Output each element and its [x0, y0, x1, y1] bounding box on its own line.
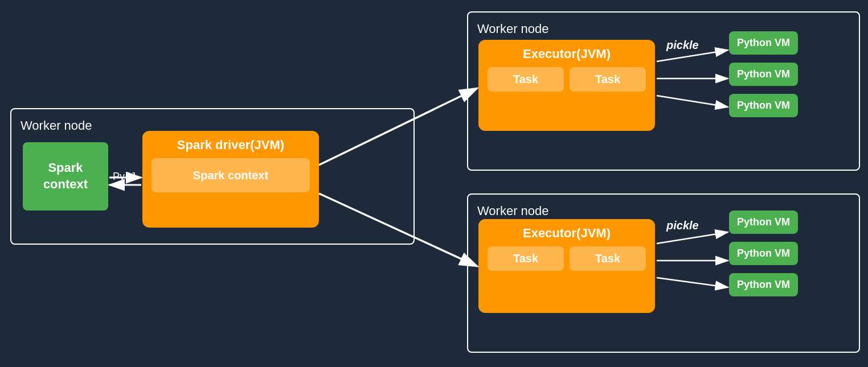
executor-top-box: Executor(JVM) Task Task [478, 40, 655, 131]
python-vm-top-3: Python VM [729, 94, 798, 117]
python-vms-top-group: Python VM Python VM Python VM [729, 31, 798, 117]
task-bottom-2: Task [570, 246, 646, 271]
python-vm-bottom-1: Python VM [729, 211, 798, 234]
spark-driver-box: Spark driver(JVM) Spark context [142, 131, 319, 228]
spark-context-green-box: Spark context [23, 142, 108, 211]
executor-bottom-box: Executor(JVM) Task Task [478, 219, 655, 313]
task-row-top: Task Task [488, 67, 646, 92]
py4j-label: Py4J [113, 171, 136, 183]
task-top-1: Task [488, 67, 564, 92]
python-vm-top-2: Python VM [729, 63, 798, 86]
python-vms-bottom-group: Python VM Python VM Python VM [729, 211, 798, 296]
python-vm-bottom-2: Python VM [729, 242, 798, 265]
spark-context-label: Spark context [43, 160, 88, 192]
python-vm-bottom-3: Python VM [729, 273, 798, 296]
task-bottom-1: Task [488, 246, 564, 271]
pickle-label-bottom: pickle [666, 219, 699, 232]
python-vm-top-1: Python VM [729, 31, 798, 55]
spark-context-inner-box: Spark context [152, 158, 310, 192]
executor-top-title: Executor(JVM) [523, 47, 611, 61]
diagram-container: Worker node Worker node Worker node Spar… [0, 0, 868, 367]
executor-bottom-title: Executor(JVM) [523, 226, 611, 241]
spark-context-inner-label: Spark context [193, 169, 268, 182]
task-top-2: Task [570, 67, 646, 92]
spark-driver-title: Spark driver(JVM) [177, 138, 284, 152]
task-row-bottom: Task Task [488, 246, 646, 271]
pickle-label-top: pickle [666, 39, 699, 52]
